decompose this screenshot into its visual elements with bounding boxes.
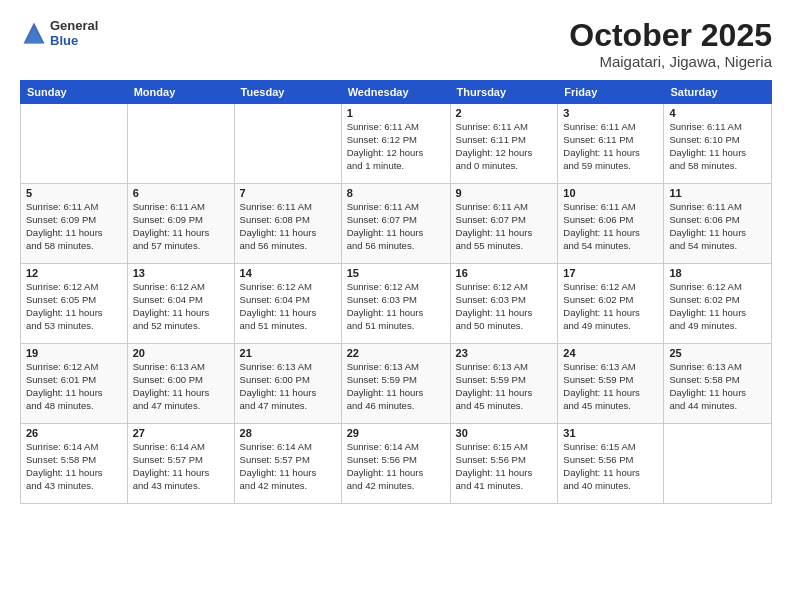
calendar-cell: 9Sunrise: 6:11 AM Sunset: 6:07 PM Daylig… xyxy=(450,184,558,264)
day-number: 28 xyxy=(240,427,336,439)
logo-general: General xyxy=(50,18,98,33)
day-info: Sunrise: 6:13 AM Sunset: 6:00 PM Dayligh… xyxy=(240,361,336,412)
calendar-cell: 16Sunrise: 6:12 AM Sunset: 6:03 PM Dayli… xyxy=(450,264,558,344)
calendar-cell: 1Sunrise: 6:11 AM Sunset: 6:12 PM Daylig… xyxy=(341,104,450,184)
day-info: Sunrise: 6:12 AM Sunset: 6:04 PM Dayligh… xyxy=(240,281,336,332)
day-info: Sunrise: 6:11 AM Sunset: 6:09 PM Dayligh… xyxy=(133,201,229,252)
day-info: Sunrise: 6:12 AM Sunset: 6:01 PM Dayligh… xyxy=(26,361,122,412)
day-info: Sunrise: 6:11 AM Sunset: 6:07 PM Dayligh… xyxy=(456,201,553,252)
calendar-cell: 21Sunrise: 6:13 AM Sunset: 6:00 PM Dayli… xyxy=(234,344,341,424)
day-info: Sunrise: 6:13 AM Sunset: 5:58 PM Dayligh… xyxy=(669,361,766,412)
day-info: Sunrise: 6:12 AM Sunset: 6:02 PM Dayligh… xyxy=(669,281,766,332)
day-number: 13 xyxy=(133,267,229,279)
location: Maigatari, Jigawa, Nigeria xyxy=(569,53,772,70)
calendar-cell: 8Sunrise: 6:11 AM Sunset: 6:07 PM Daylig… xyxy=(341,184,450,264)
day-number: 26 xyxy=(26,427,122,439)
day-info: Sunrise: 6:13 AM Sunset: 5:59 PM Dayligh… xyxy=(563,361,658,412)
week-row-5: 26Sunrise: 6:14 AM Sunset: 5:58 PM Dayli… xyxy=(21,424,772,504)
calendar-cell xyxy=(127,104,234,184)
day-number: 9 xyxy=(456,187,553,199)
day-number: 7 xyxy=(240,187,336,199)
calendar-cell: 2Sunrise: 6:11 AM Sunset: 6:11 PM Daylig… xyxy=(450,104,558,184)
calendar-cell: 27Sunrise: 6:14 AM Sunset: 5:57 PM Dayli… xyxy=(127,424,234,504)
calendar-cell: 4Sunrise: 6:11 AM Sunset: 6:10 PM Daylig… xyxy=(664,104,772,184)
week-row-3: 12Sunrise: 6:12 AM Sunset: 6:05 PM Dayli… xyxy=(21,264,772,344)
calendar-cell: 22Sunrise: 6:13 AM Sunset: 5:59 PM Dayli… xyxy=(341,344,450,424)
day-number: 18 xyxy=(669,267,766,279)
calendar-cell: 11Sunrise: 6:11 AM Sunset: 6:06 PM Dayli… xyxy=(664,184,772,264)
month-title: October 2025 xyxy=(569,18,772,53)
page: General Blue October 2025 Maigatari, Jig… xyxy=(0,0,792,612)
day-info: Sunrise: 6:12 AM Sunset: 6:05 PM Dayligh… xyxy=(26,281,122,332)
calendar-cell: 25Sunrise: 6:13 AM Sunset: 5:58 PM Dayli… xyxy=(664,344,772,424)
calendar-cell: 5Sunrise: 6:11 AM Sunset: 6:09 PM Daylig… xyxy=(21,184,128,264)
calendar-cell: 6Sunrise: 6:11 AM Sunset: 6:09 PM Daylig… xyxy=(127,184,234,264)
day-number: 29 xyxy=(347,427,445,439)
day-number: 22 xyxy=(347,347,445,359)
calendar-cell: 14Sunrise: 6:12 AM Sunset: 6:04 PM Dayli… xyxy=(234,264,341,344)
week-row-1: 1Sunrise: 6:11 AM Sunset: 6:12 PM Daylig… xyxy=(21,104,772,184)
day-info: Sunrise: 6:11 AM Sunset: 6:08 PM Dayligh… xyxy=(240,201,336,252)
day-number: 5 xyxy=(26,187,122,199)
logo-text: General Blue xyxy=(50,18,98,48)
weekday-wednesday: Wednesday xyxy=(341,81,450,104)
day-number: 21 xyxy=(240,347,336,359)
calendar-cell: 26Sunrise: 6:14 AM Sunset: 5:58 PM Dayli… xyxy=(21,424,128,504)
header: General Blue October 2025 Maigatari, Jig… xyxy=(20,18,772,70)
calendar-cell: 24Sunrise: 6:13 AM Sunset: 5:59 PM Dayli… xyxy=(558,344,664,424)
day-info: Sunrise: 6:15 AM Sunset: 5:56 PM Dayligh… xyxy=(563,441,658,492)
day-number: 6 xyxy=(133,187,229,199)
logo: General Blue xyxy=(20,18,98,48)
day-number: 19 xyxy=(26,347,122,359)
day-number: 2 xyxy=(456,107,553,119)
weekday-saturday: Saturday xyxy=(664,81,772,104)
day-number: 10 xyxy=(563,187,658,199)
weekday-friday: Friday xyxy=(558,81,664,104)
day-info: Sunrise: 6:11 AM Sunset: 6:11 PM Dayligh… xyxy=(563,121,658,172)
calendar-cell: 10Sunrise: 6:11 AM Sunset: 6:06 PM Dayli… xyxy=(558,184,664,264)
day-info: Sunrise: 6:14 AM Sunset: 5:56 PM Dayligh… xyxy=(347,441,445,492)
day-info: Sunrise: 6:13 AM Sunset: 5:59 PM Dayligh… xyxy=(456,361,553,412)
day-number: 8 xyxy=(347,187,445,199)
day-info: Sunrise: 6:11 AM Sunset: 6:07 PM Dayligh… xyxy=(347,201,445,252)
day-number: 23 xyxy=(456,347,553,359)
calendar-cell xyxy=(21,104,128,184)
day-info: Sunrise: 6:12 AM Sunset: 6:03 PM Dayligh… xyxy=(456,281,553,332)
day-info: Sunrise: 6:11 AM Sunset: 6:06 PM Dayligh… xyxy=(669,201,766,252)
calendar-cell: 29Sunrise: 6:14 AM Sunset: 5:56 PM Dayli… xyxy=(341,424,450,504)
week-row-2: 5Sunrise: 6:11 AM Sunset: 6:09 PM Daylig… xyxy=(21,184,772,264)
day-number: 12 xyxy=(26,267,122,279)
calendar-cell xyxy=(234,104,341,184)
day-info: Sunrise: 6:11 AM Sunset: 6:12 PM Dayligh… xyxy=(347,121,445,172)
day-number: 20 xyxy=(133,347,229,359)
day-info: Sunrise: 6:14 AM Sunset: 5:57 PM Dayligh… xyxy=(133,441,229,492)
day-number: 15 xyxy=(347,267,445,279)
calendar-cell: 13Sunrise: 6:12 AM Sunset: 6:04 PM Dayli… xyxy=(127,264,234,344)
day-number: 17 xyxy=(563,267,658,279)
day-info: Sunrise: 6:14 AM Sunset: 5:57 PM Dayligh… xyxy=(240,441,336,492)
calendar-cell: 7Sunrise: 6:11 AM Sunset: 6:08 PM Daylig… xyxy=(234,184,341,264)
weekday-header-row: SundayMondayTuesdayWednesdayThursdayFrid… xyxy=(21,81,772,104)
day-info: Sunrise: 6:11 AM Sunset: 6:11 PM Dayligh… xyxy=(456,121,553,172)
week-row-4: 19Sunrise: 6:12 AM Sunset: 6:01 PM Dayli… xyxy=(21,344,772,424)
day-number: 14 xyxy=(240,267,336,279)
day-number: 27 xyxy=(133,427,229,439)
day-number: 11 xyxy=(669,187,766,199)
calendar-cell xyxy=(664,424,772,504)
day-info: Sunrise: 6:12 AM Sunset: 6:03 PM Dayligh… xyxy=(347,281,445,332)
day-info: Sunrise: 6:12 AM Sunset: 6:04 PM Dayligh… xyxy=(133,281,229,332)
calendar-cell: 28Sunrise: 6:14 AM Sunset: 5:57 PM Dayli… xyxy=(234,424,341,504)
calendar-cell: 15Sunrise: 6:12 AM Sunset: 6:03 PM Dayli… xyxy=(341,264,450,344)
calendar-cell: 19Sunrise: 6:12 AM Sunset: 6:01 PM Dayli… xyxy=(21,344,128,424)
weekday-monday: Monday xyxy=(127,81,234,104)
calendar-cell: 3Sunrise: 6:11 AM Sunset: 6:11 PM Daylig… xyxy=(558,104,664,184)
day-number: 24 xyxy=(563,347,658,359)
day-info: Sunrise: 6:11 AM Sunset: 6:06 PM Dayligh… xyxy=(563,201,658,252)
calendar-cell: 20Sunrise: 6:13 AM Sunset: 6:00 PM Dayli… xyxy=(127,344,234,424)
calendar-cell: 23Sunrise: 6:13 AM Sunset: 5:59 PM Dayli… xyxy=(450,344,558,424)
day-info: Sunrise: 6:11 AM Sunset: 6:09 PM Dayligh… xyxy=(26,201,122,252)
day-number: 4 xyxy=(669,107,766,119)
day-number: 1 xyxy=(347,107,445,119)
title-block: October 2025 Maigatari, Jigawa, Nigeria xyxy=(569,18,772,70)
calendar-table: SundayMondayTuesdayWednesdayThursdayFrid… xyxy=(20,80,772,504)
